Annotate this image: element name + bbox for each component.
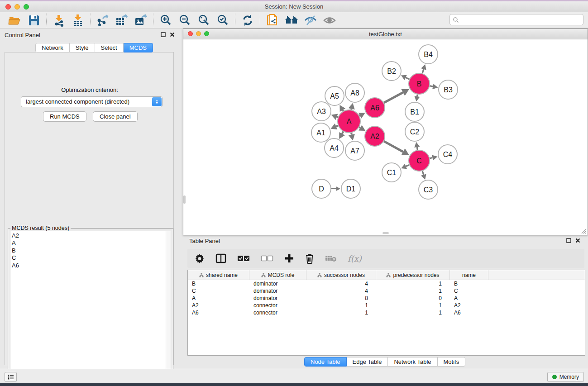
list-item[interactable]: B xyxy=(12,247,166,254)
delete-row-icon[interactable] xyxy=(305,252,314,265)
table-cell[interactable]: 8 xyxy=(306,295,376,302)
zoom-in-icon[interactable] xyxy=(156,13,175,28)
zoom-window-button[interactable] xyxy=(24,4,29,10)
table-cell[interactable]: A6 xyxy=(188,309,249,316)
graph-edge[interactable] xyxy=(336,126,338,127)
list-item[interactable]: A xyxy=(12,239,166,247)
show-panels-button[interactable] xyxy=(5,372,17,382)
zoom-out-icon[interactable] xyxy=(175,13,194,28)
import-network-icon[interactable] xyxy=(49,13,68,28)
table-cell[interactable]: C xyxy=(450,287,488,295)
export-table-icon[interactable] xyxy=(112,13,131,28)
graph-edge[interactable] xyxy=(343,110,343,111)
network-vscrollbar[interactable] xyxy=(183,195,186,204)
memory-button[interactable]: Memory xyxy=(547,372,584,382)
list-item[interactable]: A2 xyxy=(12,232,166,239)
table-cell[interactable]: 4 xyxy=(306,287,376,295)
graph-edge[interactable] xyxy=(430,86,433,86)
save-session-icon[interactable] xyxy=(24,13,43,28)
table-cell[interactable]: A xyxy=(188,295,249,302)
graph-edge[interactable] xyxy=(337,117,338,117)
resize-grip-icon[interactable] xyxy=(580,228,587,234)
close-panel-icon[interactable] xyxy=(170,32,175,37)
graph-edge[interactable] xyxy=(417,147,417,150)
table-cell[interactable]: A6 xyxy=(450,309,488,316)
graph-edge[interactable] xyxy=(430,157,432,158)
table-row[interactable]: Cdominator41C xyxy=(188,287,585,295)
graph-edge[interactable] xyxy=(406,77,409,79)
new-network-from-file-icon[interactable] xyxy=(263,13,282,28)
function-builder-icon[interactable]: f(x) xyxy=(348,252,362,265)
table-cell[interactable]: 1 xyxy=(376,287,450,295)
zoom-selected-icon[interactable] xyxy=(213,13,232,28)
import-table-icon[interactable] xyxy=(68,13,87,28)
deselect-all-icon[interactable] xyxy=(261,252,273,265)
close-window-button[interactable] xyxy=(5,4,11,10)
graph-edge[interactable] xyxy=(384,92,403,103)
table-cell[interactable]: connector xyxy=(249,302,306,309)
table-cell[interactable]: 1 xyxy=(376,309,450,316)
table-cell[interactable]: connector xyxy=(249,309,306,316)
delete-table-icon[interactable] xyxy=(325,252,337,265)
close-panel-icon[interactable] xyxy=(575,238,580,243)
minimize-window-button[interactable] xyxy=(14,4,20,10)
table-cell[interactable]: 1 xyxy=(306,309,376,316)
graph-edge[interactable] xyxy=(359,115,360,116)
minimize-network-button[interactable] xyxy=(196,31,201,36)
column-header[interactable]: successor nodes xyxy=(306,270,376,280)
add-row-icon[interactable] xyxy=(284,252,294,265)
table-row[interactable]: A2connector11A2 xyxy=(188,302,585,309)
home-networks-icon[interactable] xyxy=(282,13,301,28)
graph-edge[interactable] xyxy=(422,171,424,175)
graph-edge[interactable] xyxy=(359,127,360,128)
zoom-fit-icon[interactable] xyxy=(194,13,213,28)
table-cell[interactable]: A xyxy=(450,295,488,302)
tab-network-table[interactable]: Network Table xyxy=(388,357,437,367)
table-row[interactable]: A6connector11A6 xyxy=(188,309,585,316)
table-row[interactable]: Adominator80A xyxy=(188,295,585,302)
list-scrollbar[interactable] xyxy=(166,231,171,382)
zoom-network-button[interactable] xyxy=(204,31,209,36)
tab-edge-table[interactable]: Edge Table xyxy=(347,357,388,367)
column-header[interactable]: MCDS role xyxy=(249,270,306,280)
column-header[interactable]: shared name xyxy=(188,270,249,280)
export-image-icon[interactable] xyxy=(131,13,150,28)
refresh-icon[interactable] xyxy=(238,13,257,28)
table-cell[interactable]: dominator xyxy=(249,280,306,287)
column-header[interactable]: predecessor nodes xyxy=(376,270,450,280)
table-cell[interactable]: A2 xyxy=(450,302,488,309)
run-mcds-button[interactable]: Run MCDS xyxy=(43,111,86,122)
table-cell[interactable]: dominator xyxy=(249,295,306,302)
close-network-button[interactable] xyxy=(188,31,193,36)
table-cell[interactable]: B xyxy=(188,280,249,287)
network-hscrollbar[interactable] xyxy=(382,232,389,234)
float-panel-icon[interactable] xyxy=(566,238,571,243)
tab-node-table[interactable]: Node Table xyxy=(304,357,347,367)
float-panel-icon[interactable] xyxy=(161,32,166,37)
table-cell[interactable]: 1 xyxy=(306,302,376,309)
network-window-titlebar[interactable]: testGlobe.txt xyxy=(183,29,588,39)
search-input[interactable] xyxy=(449,14,583,25)
list-item[interactable]: C xyxy=(12,254,166,262)
open-folder-icon[interactable] xyxy=(5,13,24,28)
columns-icon[interactable] xyxy=(215,252,226,265)
settings-gear-icon[interactable] xyxy=(195,252,205,265)
select-all-icon[interactable] xyxy=(237,252,250,265)
graph-edge[interactable] xyxy=(342,132,344,134)
table-cell[interactable]: dominator xyxy=(249,287,306,295)
table-cell[interactable]: C xyxy=(188,287,249,295)
tab-network[interactable]: Network xyxy=(35,43,70,52)
tab-motifs[interactable]: Motifs xyxy=(438,357,466,367)
table-cell[interactable]: 0 xyxy=(376,295,450,302)
show-selected-icon[interactable] xyxy=(320,13,339,28)
network-canvas[interactable]: B4B2BB3B1A5A8A6A3AA1C2A4A7A2C4CC1C3DD1 xyxy=(183,39,588,235)
graph-edge[interactable] xyxy=(417,95,417,96)
table-cell[interactable]: B xyxy=(450,280,488,287)
graph-edge[interactable] xyxy=(422,69,424,73)
tab-style[interactable]: Style xyxy=(70,43,95,52)
table-cell[interactable]: A2 xyxy=(188,302,249,309)
tab-mcds[interactable]: MCDS xyxy=(124,43,153,52)
graph-edge[interactable] xyxy=(384,141,403,152)
table-cell[interactable]: 1 xyxy=(376,280,450,287)
graph-edge[interactable] xyxy=(406,165,409,166)
